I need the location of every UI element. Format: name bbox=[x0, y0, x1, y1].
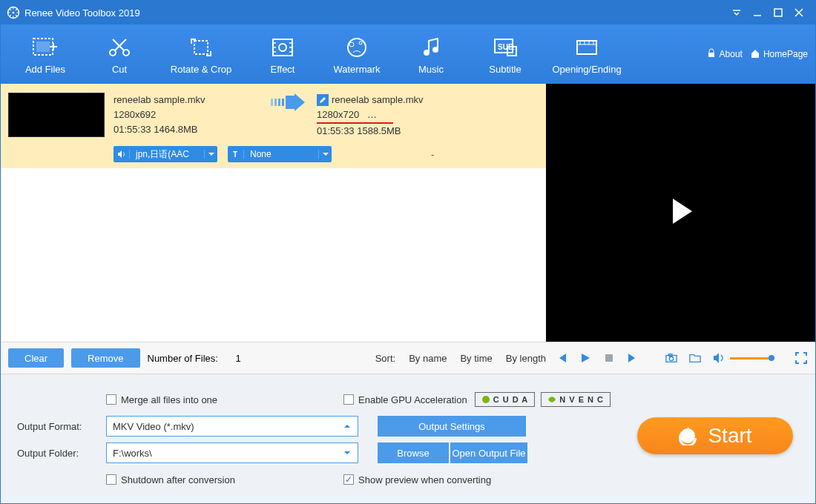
destination-filename: reneelab sample.mkv bbox=[332, 93, 424, 107]
svg-rect-4 bbox=[36, 42, 50, 52]
shutdown-checkbox[interactable]: Shutdown after conversion bbox=[106, 474, 343, 485]
file-count-value: 1 bbox=[236, 353, 241, 364]
shutdown-label: Shutdown after conversion bbox=[121, 474, 235, 485]
effect-button[interactable]: Effect bbox=[246, 34, 320, 75]
svg-point-5 bbox=[110, 50, 116, 56]
svg-point-30 bbox=[482, 396, 490, 403]
output-format-label: Output Format: bbox=[17, 421, 106, 432]
maximize-icon[interactable] bbox=[768, 2, 789, 23]
destination-duration: 01:55:33 bbox=[317, 125, 355, 136]
rotate-crop-button[interactable]: Rotate & Crop bbox=[157, 34, 246, 75]
opening-ending-button[interactable]: Opening/Ending bbox=[542, 34, 631, 75]
output-folder-label: Output Folder: bbox=[17, 448, 106, 459]
svg-rect-24 bbox=[282, 99, 284, 106]
svg-text:T: T bbox=[510, 47, 515, 55]
audio-track-value: jpn,日语(AAC bbox=[130, 148, 204, 161]
preview-panel[interactable] bbox=[546, 84, 815, 342]
browse-button[interactable]: Browse bbox=[378, 442, 449, 463]
play-button[interactable] bbox=[579, 351, 592, 365]
toolbar-label: Rotate & Crop bbox=[171, 64, 231, 75]
source-size: 1464.8MB bbox=[154, 124, 197, 135]
music-button[interactable]: Music bbox=[394, 34, 468, 75]
destination-size: 1588.5MB bbox=[357, 125, 401, 136]
opening-ending-icon bbox=[573, 34, 600, 61]
svg-point-11 bbox=[349, 42, 354, 47]
source-duration: 01:55:33 bbox=[113, 124, 151, 135]
home-icon bbox=[750, 48, 760, 61]
close-icon[interactable] bbox=[789, 2, 809, 23]
output-folder-value: F:\works\ bbox=[113, 448, 152, 459]
svg-point-9 bbox=[279, 44, 286, 51]
sort-by-time[interactable]: By time bbox=[460, 353, 492, 364]
svg-rect-22 bbox=[274, 99, 277, 106]
clear-button[interactable]: Clear bbox=[8, 348, 64, 368]
sort-by-length[interactable]: By length bbox=[506, 353, 546, 364]
settings-panel: Merge all files into one Enable GPU Acce… bbox=[1, 374, 815, 503]
sort-by-name[interactable]: By name bbox=[409, 353, 447, 364]
svg-point-1 bbox=[13, 12, 15, 14]
homepage-link[interactable]: HomePage bbox=[750, 48, 808, 61]
svg-rect-23 bbox=[278, 99, 280, 106]
effect-icon bbox=[269, 34, 296, 61]
output-settings-button[interactable]: Output Settings bbox=[378, 416, 526, 437]
prev-button[interactable] bbox=[555, 351, 568, 365]
play-icon[interactable] bbox=[664, 194, 698, 231]
file-row[interactable]: reneelab sample.mkv 1280x692 01:55:33 14… bbox=[1, 84, 546, 169]
snapshot-button[interactable] bbox=[665, 351, 678, 365]
open-folder-button[interactable] bbox=[688, 351, 702, 365]
gpu-label: Enable GPU Acceleration bbox=[358, 394, 467, 405]
merge-checkbox[interactable]: Merge all files into one bbox=[106, 394, 343, 405]
start-button[interactable]: Start bbox=[637, 417, 793, 454]
toolbar-label: Add Files bbox=[25, 64, 65, 75]
title-bar: Renee Video Toolbox 2019 bbox=[1, 1, 815, 24]
minimize-icon[interactable] bbox=[747, 2, 768, 23]
menu-dropdown-icon[interactable] bbox=[726, 2, 747, 23]
svg-rect-21 bbox=[271, 99, 273, 106]
video-thumbnail[interactable] bbox=[8, 93, 105, 137]
subtitle-track-selector[interactable]: T None bbox=[228, 146, 332, 162]
output-folder-combo[interactable]: F:\works\ bbox=[106, 442, 358, 463]
destination-info: reneelab sample.mkv 1280x720 … 01:55:33 … bbox=[317, 93, 424, 139]
volume-slider[interactable] bbox=[730, 357, 774, 359]
resolution-more[interactable]: … bbox=[367, 109, 377, 120]
cuda-badge: C U D A bbox=[475, 392, 536, 407]
audio-track-selector[interactable]: jpn,日语(AAC bbox=[113, 146, 217, 162]
file-count-label: Number of Files: bbox=[148, 353, 218, 364]
action-bar: Clear Remove Number of Files: 1 Sort: By… bbox=[1, 342, 815, 374]
player-controls bbox=[546, 351, 808, 365]
svg-rect-2 bbox=[774, 9, 782, 16]
open-output-file-button[interactable]: Open Output File bbox=[450, 442, 527, 463]
app-title: Renee Video Toolbox 2019 bbox=[24, 7, 140, 19]
sort-options: Sort: By name By time By length bbox=[375, 353, 546, 364]
gpu-checkbox[interactable]: Enable GPU Acceleration bbox=[343, 394, 467, 405]
file-list: reneelab sample.mkv 1280x692 01:55:33 14… bbox=[1, 84, 546, 342]
speaker-icon bbox=[113, 150, 130, 159]
remove-button[interactable]: Remove bbox=[71, 348, 139, 368]
subtitle-button[interactable]: SUBT Subtitle bbox=[468, 34, 542, 75]
toolbar-label: Opening/Ending bbox=[552, 64, 621, 75]
add-files-button[interactable]: Add Files bbox=[8, 34, 82, 75]
fullscreen-button[interactable] bbox=[794, 351, 808, 365]
scissors-icon bbox=[106, 34, 133, 61]
svg-point-10 bbox=[348, 39, 366, 56]
watermark-button[interactable]: Watermark bbox=[320, 34, 394, 75]
homepage-label: HomePage bbox=[763, 49, 808, 59]
volume-icon bbox=[712, 351, 725, 365]
nvenc-badge: N V E N C bbox=[541, 392, 611, 407]
refresh-icon bbox=[678, 426, 697, 445]
start-label: Start bbox=[708, 424, 751, 448]
stop-button[interactable] bbox=[602, 351, 616, 365]
chevron-down-icon bbox=[318, 150, 332, 159]
next-button[interactable] bbox=[626, 351, 639, 365]
show-preview-checkbox[interactable]: Show preview when converting bbox=[343, 474, 491, 485]
sort-label: Sort: bbox=[375, 353, 395, 364]
cut-button[interactable]: Cut bbox=[82, 34, 157, 75]
about-link[interactable]: About bbox=[706, 48, 743, 61]
svg-rect-26 bbox=[605, 354, 613, 362]
output-format-combo[interactable]: MKV Video (*.mkv) bbox=[106, 416, 358, 437]
edit-filename-button[interactable] bbox=[317, 94, 329, 106]
volume-control[interactable] bbox=[712, 351, 774, 365]
subtitle-track-value: None bbox=[244, 149, 318, 159]
chevron-up-icon bbox=[343, 422, 352, 431]
add-files-icon bbox=[32, 34, 59, 61]
